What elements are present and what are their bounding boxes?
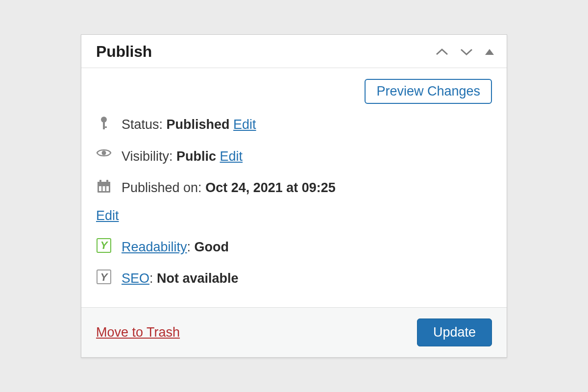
seo-row: Y SEO: Not available <box>96 263 492 294</box>
preview-changes-button[interactable]: Preview Changes <box>365 79 492 104</box>
visibility-value: Public <box>176 149 216 164</box>
seo-link[interactable]: SEO <box>122 271 149 286</box>
readability-text: Readability: Good <box>122 238 492 256</box>
svg-rect-11 <box>106 186 109 191</box>
move-down-icon[interactable] <box>460 48 473 56</box>
svg-marker-0 <box>485 49 494 55</box>
published-on-value: Oct 24, 2021 at 09:25 <box>205 180 336 195</box>
svg-rect-8 <box>106 180 108 184</box>
yoast-readability-icon: Y <box>96 238 112 253</box>
panel-footer: Move to Trash Update <box>81 307 507 357</box>
update-button[interactable]: Update <box>417 318 492 346</box>
publish-metabox: Publish Preview Changes Status: Publishe… <box>81 34 507 358</box>
key-icon <box>96 116 112 130</box>
published-on-row: Published on: Oct 24, 2021 at 09:25 Edit <box>96 172 492 231</box>
svg-rect-7 <box>99 180 101 184</box>
panel-title: Publish <box>96 43 152 61</box>
svg-rect-9 <box>99 186 101 191</box>
published-on-text: Published on: Oct 24, 2021 at 09:25 <box>122 179 492 196</box>
readability-value: Good <box>195 240 229 254</box>
panel-body: Preview Changes Status: Published Edit V… <box>81 68 507 307</box>
status-value: Published <box>167 117 230 132</box>
seo-text: SEO: Not available <box>122 270 492 287</box>
yoast-seo-icon: Y <box>96 270 112 284</box>
published-on-edit-link[interactable]: Edit <box>96 207 492 224</box>
visibility-edit-link[interactable]: Edit <box>220 149 243 164</box>
readability-link[interactable]: Readability <box>122 240 187 254</box>
preview-row: Preview Changes <box>96 79 492 109</box>
status-edit-link[interactable]: Edit <box>233 117 256 132</box>
status-row: Status: Published Edit <box>96 109 492 140</box>
collapse-icon[interactable] <box>484 48 495 56</box>
move-to-trash-link[interactable]: Move to Trash <box>96 325 180 340</box>
svg-rect-2 <box>103 122 105 129</box>
seo-value: Not available <box>157 271 239 286</box>
visibility-label: Visibility: <box>122 149 173 164</box>
svg-rect-3 <box>103 126 107 128</box>
readability-row: Y Readability: Good <box>96 231 492 263</box>
panel-header-controls <box>435 48 495 56</box>
panel-header: Publish <box>81 35 507 68</box>
svg-rect-10 <box>103 186 105 191</box>
calendar-icon <box>96 179 112 194</box>
status-text: Status: Published Edit <box>122 116 492 133</box>
visibility-row: Visibility: Public Edit <box>96 141 492 172</box>
move-up-icon[interactable] <box>435 48 449 56</box>
svg-point-4 <box>102 150 106 155</box>
published-on-label: Published on: <box>122 180 202 195</box>
svg-rect-6 <box>98 182 110 185</box>
eye-icon <box>96 147 112 158</box>
status-label: Status: <box>122 117 163 132</box>
visibility-text: Visibility: Public Edit <box>122 147 492 165</box>
